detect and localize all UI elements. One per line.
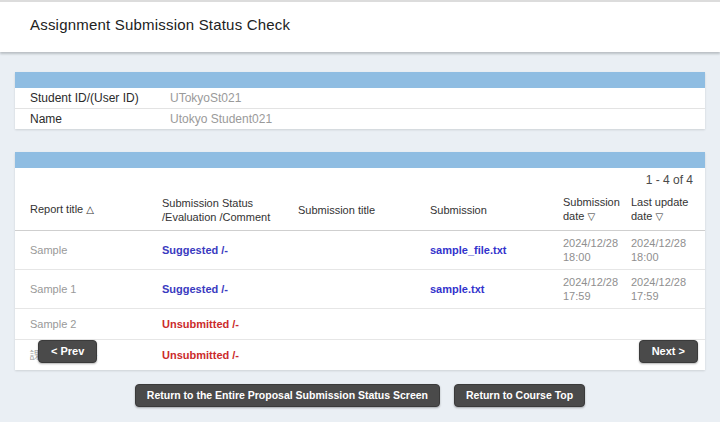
return-course-top-button[interactable]: Return to Course Top [454, 384, 585, 407]
status-cell: Suggested /- [162, 282, 298, 296]
status-cell: Suggested /- [162, 243, 298, 257]
student-name-label: Name [15, 112, 170, 126]
submission-date-cell: 2024/12/28 18:00 [563, 236, 631, 264]
report-title-cell: Sample [30, 243, 162, 257]
table-row: 課題サンプル Unsubmitted /- [15, 340, 705, 370]
column-header-submission: Submission [430, 203, 563, 217]
submission-file-link[interactable]: sample_file.txt [430, 244, 506, 256]
submission-date-cell: 2024/12/28 17:59 [563, 275, 631, 303]
status-cell: Unsubmitted /- [162, 348, 298, 362]
submission-cell: sample.txt [430, 282, 563, 296]
student-id-label: Student ID/(User ID) [15, 91, 170, 105]
last-update-date-cell: 2024/12/28 17:59 [631, 275, 705, 303]
results-column-headers: Report title △ Submission Status /Evalua… [15, 191, 705, 231]
submission-file-link[interactable]: sample.txt [430, 283, 484, 295]
results-header-bar [15, 152, 705, 168]
sort-asc-icon[interactable]: △ [86, 204, 94, 215]
submission-results-table: 1 - 4 of 4 Report title △ Submission Sta… [15, 152, 705, 370]
student-id-row: Student ID/(User ID) UTokyoSt021 [15, 88, 705, 109]
column-label: Submission [430, 204, 487, 216]
pagination-status: 1 - 4 of 4 [15, 168, 705, 191]
submission-cell: sample_file.txt [430, 243, 563, 257]
sort-desc-icon[interactable]: ▽ [655, 211, 663, 222]
student-id-value: UTokyoSt021 [170, 91, 241, 105]
next-page-button[interactable]: Next > [639, 340, 698, 363]
table-row: Sample Suggested /- sample_file.txt 2024… [15, 231, 705, 270]
return-entire-status-button[interactable]: Return to the Entire Proposal Submission… [135, 384, 440, 407]
status-cell: Unsubmitted /- [162, 317, 298, 331]
student-name-row: Name Utokyo Student021 [15, 109, 705, 129]
column-label: Report title [30, 203, 83, 215]
student-info-table: Student ID/(User ID) UTokyoSt021 Name Ut… [15, 72, 705, 129]
column-label: Submission title [298, 204, 375, 216]
assignment-status-screen: Assignment Submission Status Check Stude… [0, 0, 720, 422]
column-header-submission-status: Submission Status /Evaluation /Comment [162, 196, 298, 224]
column-header-submission-date[interactable]: Submission date ▽ [563, 195, 631, 224]
sort-desc-icon[interactable]: ▽ [587, 211, 595, 222]
column-header-last-update-date[interactable]: Last update date ▽ [631, 195, 705, 224]
last-update-date-cell: 2024/12/28 18:00 [631, 236, 705, 264]
column-header-report-title[interactable]: Report title △ [30, 202, 162, 217]
report-title-cell: Sample 2 [30, 317, 162, 331]
footer-actions: Return to the Entire Proposal Submission… [0, 384, 720, 407]
student-name-value: Utokyo Student021 [170, 112, 272, 126]
report-title-cell: Sample 1 [30, 282, 162, 296]
page-title: Assignment Submission Status Check [30, 16, 290, 33]
student-info-header-bar [15, 72, 705, 88]
table-row: Sample 1 Suggested /- sample.txt 2024/12… [15, 270, 705, 309]
column-header-submission-title: Submission title [298, 203, 430, 217]
column-label: Submission Status /Evaluation /Comment [162, 197, 270, 223]
prev-page-button[interactable]: < Prev [38, 340, 97, 363]
table-row: Sample 2 Unsubmitted /- [15, 309, 705, 340]
page-header: Assignment Submission Status Check [0, 0, 720, 52]
